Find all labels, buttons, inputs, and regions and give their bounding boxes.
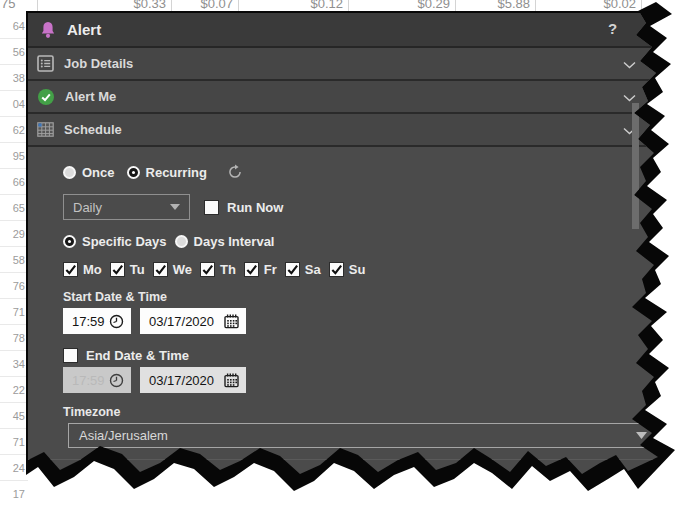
start-time-input[interactable]: 17:59: [63, 308, 131, 334]
tuesday-checkbox[interactable]: [110, 262, 125, 277]
end-date-value: 03/17/2020: [149, 373, 224, 388]
dialog-header: Alert ?: [28, 13, 672, 48]
schedule-form: Once Recurring Daily Run No: [63, 155, 663, 448]
specific-days-label[interactable]: Specific Days: [82, 234, 167, 249]
thursday-checkbox[interactable]: [200, 262, 215, 277]
check-icon: [64, 263, 77, 276]
spreadsheet-row-number: 38: [0, 65, 28, 91]
frequency-dropdown[interactable]: Daily: [63, 194, 190, 220]
section-label: Schedule: [64, 122, 122, 137]
check-icon: [201, 263, 214, 276]
spreadsheet-row-number: 29: [0, 221, 28, 247]
end-date-input[interactable]: 03/17/2020: [140, 367, 246, 393]
section-schedule[interactable]: Schedule: [28, 114, 672, 147]
background-spreadsheet-leftcol: 64 56 38 04 62 95 66 65 29 58 76 71 78 3…: [0, 13, 28, 506]
refresh-icon[interactable]: [227, 164, 243, 180]
spreadsheet-row-number: 04: [0, 91, 28, 117]
day-thursday: Th: [200, 262, 236, 277]
scrollbar-thumb[interactable]: [632, 103, 639, 229]
dialog-title: Alert: [67, 21, 101, 38]
day-saturday: Sa: [285, 262, 321, 277]
dropdown-arrow-icon: [636, 432, 647, 439]
section-alert-me[interactable]: Alert Me: [28, 81, 672, 114]
frequency-row: Daily Run Now: [63, 194, 663, 220]
day-wednesday: We: [153, 262, 192, 277]
alert-dialog: Alert ? Job Details Alert Me: [28, 13, 672, 491]
check-icon: [245, 263, 258, 276]
days-mode-row: Specific Days Days Interval: [63, 233, 663, 249]
clock-icon[interactable]: [109, 314, 124, 329]
spreadsheet-cell: $5.88: [497, 0, 530, 11]
recurring-label[interactable]: Recurring: [146, 165, 207, 180]
once-radio[interactable]: [63, 166, 76, 179]
spreadsheet-cell: $0.12: [310, 0, 343, 11]
end-datetime-label: End Date & Time: [86, 348, 189, 363]
check-icon: [154, 263, 167, 276]
timezone-dropdown[interactable]: Asia/Jerusalem: [68, 423, 660, 448]
check-icon: [286, 263, 299, 276]
spreadsheet-row-number: 78: [0, 325, 28, 351]
day-friday: Fr: [244, 262, 277, 277]
monday-checkbox[interactable]: [63, 262, 78, 277]
wednesday-checkbox[interactable]: [153, 262, 168, 277]
days-interval-label[interactable]: Days Interval: [194, 234, 275, 249]
spreadsheet-row-number: 95: [0, 143, 28, 169]
spreadsheet-row-number: 58: [0, 247, 28, 273]
run-now-label: Run Now: [227, 200, 283, 215]
timezone-value: Asia/Jerusalem: [79, 428, 636, 443]
spreadsheet-row-number: 76: [0, 273, 28, 299]
recurring-radio[interactable]: [127, 166, 140, 179]
check-icon: [330, 263, 343, 276]
spreadsheet-row-number: 62: [0, 117, 28, 143]
day-monday: Mo: [63, 262, 102, 277]
section-label: Alert Me: [65, 89, 116, 104]
spreadsheet-row-number: 45: [0, 403, 28, 429]
day-label: We: [173, 262, 192, 277]
spreadsheet-row-number: 56: [0, 39, 28, 65]
alert-bell-icon: [40, 21, 56, 39]
schedule-calendar-icon: [37, 122, 54, 137]
spreadsheet-cell: $0.07: [200, 0, 233, 11]
weekday-checkboxes: Mo Tu We Th Fr: [63, 261, 663, 277]
once-label[interactable]: Once: [82, 165, 115, 180]
spreadsheet-row-number: 24: [0, 455, 28, 481]
sunday-checkbox[interactable]: [329, 262, 344, 277]
spreadsheet-cell: $0.29: [417, 0, 450, 11]
start-datetime-label: Start Date & Time: [63, 290, 663, 304]
start-date-value: 03/17/2020: [149, 314, 224, 329]
spreadsheet-row-number: 66: [0, 169, 28, 195]
spreadsheet-row-number: 71: [0, 299, 28, 325]
end-time-input: 17:59: [63, 367, 131, 393]
chevron-down-icon[interactable]: [623, 94, 636, 102]
spreadsheet-row-number: 64: [0, 13, 28, 39]
end-datetime-row: End Date & Time: [63, 347, 663, 363]
calendar-icon[interactable]: [224, 373, 239, 388]
end-datetime-checkbox[interactable]: [63, 348, 78, 363]
day-label: Fr: [264, 262, 277, 277]
saturday-checkbox[interactable]: [285, 262, 300, 277]
start-date-input[interactable]: 03/17/2020: [140, 308, 246, 334]
timezone-label: Timezone: [63, 405, 663, 419]
day-label: Sa: [305, 262, 321, 277]
calendar-icon[interactable]: [224, 314, 239, 329]
end-inputs-row: 17:59 03/17/2020: [63, 367, 663, 393]
spreadsheet-row-number: 34: [0, 351, 28, 377]
chevron-down-icon[interactable]: [623, 61, 636, 69]
section-job-details[interactable]: Job Details: [28, 48, 672, 81]
spreadsheet-cell: $0.33: [133, 0, 166, 11]
dropdown-arrow-icon: [170, 204, 180, 210]
specific-days-radio[interactable]: [63, 235, 76, 248]
friday-checkbox[interactable]: [244, 262, 259, 277]
alert-me-check-icon: [37, 88, 55, 106]
days-interval-radio[interactable]: [175, 235, 188, 248]
occurrence-row: Once Recurring: [63, 164, 663, 180]
section-label: Job Details: [64, 56, 133, 71]
run-now-checkbox[interactable]: [204, 200, 219, 215]
day-sunday: Su: [329, 262, 366, 277]
screenshot-stage: 75 $0.33 $0.07 $0.12 $0.29 $5.88 $0.02 6…: [0, 0, 675, 506]
spreadsheet-row-number: 71: [0, 429, 28, 455]
end-time-value: 17:59: [72, 373, 109, 388]
help-button[interactable]: ?: [608, 20, 617, 37]
spreadsheet-cell: $0.02: [603, 0, 636, 11]
clock-icon: [109, 373, 124, 388]
